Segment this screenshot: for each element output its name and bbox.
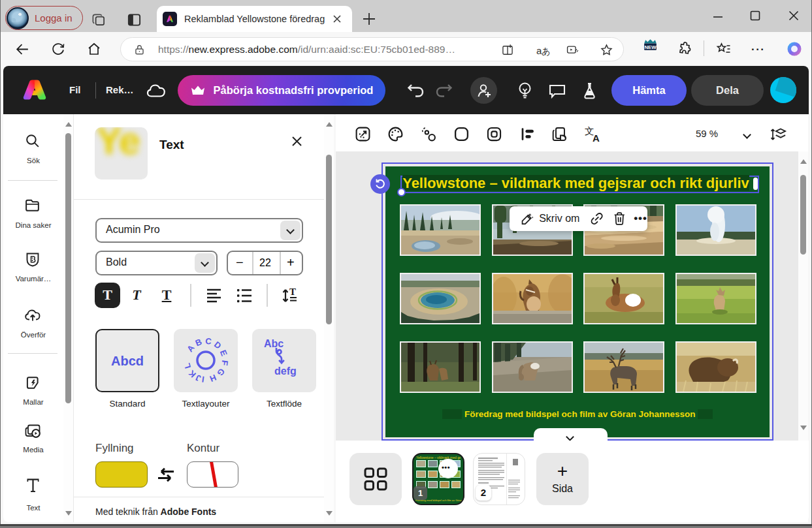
svg-text:H: H: [208, 373, 218, 383]
svg-text:A: A: [185, 343, 197, 354]
svg-text:G: G: [215, 367, 227, 378]
svg-text:F: F: [219, 360, 229, 366]
svg-text:T: T: [289, 287, 296, 297]
svg-text:E: E: [218, 349, 229, 358]
svg-text:D: D: [212, 339, 223, 351]
svg-text:C: C: [204, 337, 212, 347]
svg-text:L: L: [183, 362, 193, 370]
svg-text:B: B: [194, 337, 203, 348]
svg-text:A: A: [593, 132, 600, 144]
svg-text:NEW: NEW: [644, 44, 657, 50]
